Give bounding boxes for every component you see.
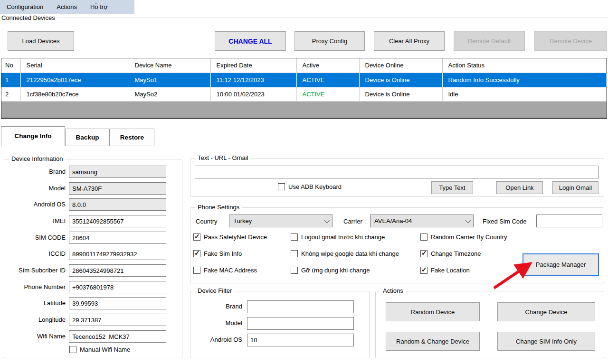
cell-action-status: Random Info Successfully: [442, 73, 607, 87]
login-gmail-button[interactable]: Login Gmail: [552, 181, 598, 194]
tab-restore[interactable]: Restore: [110, 129, 154, 146]
col-header-action-status[interactable]: Action Status: [442, 58, 607, 73]
fake-sim-info-checkbox[interactable]: [193, 250, 200, 257]
filter-brand-input[interactable]: [247, 300, 354, 313]
col-header-expired-date[interactable]: Expired Date: [210, 58, 296, 73]
cell-device-name: MaySo2: [129, 87, 210, 101]
cell-device-name: MaySo1: [129, 73, 210, 87]
connected-devices-group-border: [58, 18, 608, 18]
sim-code-field[interactable]: [69, 232, 166, 244]
fake-location-checkbox[interactable]: [420, 267, 428, 274]
fake-location-row: Fake Location: [420, 267, 470, 274]
random-and-change-device-button[interactable]: Random & Change Device: [386, 332, 480, 351]
menu-ho-tro[interactable]: Hỗ trợ: [84, 0, 114, 14]
fake-mac-address-row: Fake MAC Address: [193, 267, 257, 274]
go-ung-dung-label: Gỡ ứng dụng khi change: [301, 267, 370, 274]
random-device-button[interactable]: Random Device: [386, 302, 480, 321]
type-text-button[interactable]: Type Text: [431, 181, 473, 194]
brand-field[interactable]: [69, 166, 166, 178]
random-carrier-checkbox[interactable]: [420, 233, 428, 241]
sim-code-label: SIM CODE: [5, 234, 66, 241]
clear-all-proxy-button[interactable]: Clear All Proxy: [374, 31, 445, 51]
carrier-select[interactable]: AVEA/Aria-04: [370, 215, 474, 227]
phone-number-label: Phone Number: [5, 283, 66, 290]
cell-no: 1: [1, 73, 20, 87]
col-header-no[interactable]: No: [1, 58, 20, 73]
longitude-field[interactable]: [69, 314, 166, 326]
change-timezone-label: Change Timezone: [431, 250, 481, 257]
table-row[interactable]: 2 1cf38e80b20c7ece MaySo2 10:00 01/02/20…: [1, 87, 607, 101]
iccid-field[interactable]: [69, 248, 166, 260]
logout-gmail-checkbox[interactable]: [291, 233, 298, 241]
filter-model-input[interactable]: [247, 317, 354, 330]
col-header-active[interactable]: Active: [296, 58, 359, 73]
tab-change-info[interactable]: Change Info: [1, 126, 65, 146]
pass-safetynet-checkbox[interactable]: [193, 233, 200, 241]
iccid-label: ICCID: [5, 250, 66, 257]
cell-expired-date: 11:12 12/12/2023: [210, 73, 296, 87]
actions-group-title: Actions: [380, 287, 406, 294]
menu-actions[interactable]: Actions: [50, 0, 84, 14]
open-link-button[interactable]: Open Link: [496, 181, 543, 194]
change-all-button[interactable]: CHANGE ALL: [215, 31, 286, 51]
cell-serial: 1cf38e80b20c7ece: [20, 87, 129, 101]
menu-configuration[interactable]: Configuration: [0, 0, 50, 14]
device-manager-window: Configuration Actions Hỗ trợ Connected D…: [0, 0, 608, 364]
text-url-gmail-input[interactable]: [195, 166, 598, 178]
country-value: Turkey: [233, 217, 324, 224]
cell-device-online: Device is Online: [359, 73, 442, 87]
use-adb-keyboard-label: Use ADB Keyboard: [288, 183, 342, 190]
table-row[interactable]: 1 2122950a2b017ece MaySo1 11:12 12/12/20…: [1, 73, 607, 87]
wifi-name-field[interactable]: [69, 330, 166, 343]
manual-wifi-name-checkbox[interactable]: [69, 346, 76, 353]
model-label: Model: [5, 185, 66, 192]
devices-table: No Serial Device Name Expired Date Activ…: [1, 58, 607, 119]
sim-subscriber-id-label: Sím Subcriber ID: [5, 267, 66, 274]
menu-bar: Configuration Actions Hỗ trợ: [0, 0, 134, 14]
use-adb-keyboard-row: Use ADB Keyboard: [278, 183, 342, 190]
filter-android-os-input[interactable]: [247, 334, 354, 346]
cell-expired-date: 10:00 01/02/2023: [210, 87, 296, 101]
change-sim-info-only-button[interactable]: Change SIM Info Only: [497, 332, 595, 351]
latitude-field[interactable]: [69, 297, 166, 309]
col-header-device-name[interactable]: Device Name: [129, 58, 210, 73]
model-field[interactable]: [69, 182, 166, 195]
phone-number-field[interactable]: [69, 281, 166, 293]
khong-wipe-google-label: Không wipe google data khi change: [301, 250, 399, 257]
khong-wipe-google-checkbox[interactable]: [291, 250, 298, 257]
manual-wifi-name-label: Manual Wifi Name: [80, 346, 130, 353]
use-adb-keyboard-checkbox[interactable]: [278, 183, 285, 190]
col-header-serial[interactable]: Serial: [20, 58, 129, 73]
fixed-sim-code-input[interactable]: [536, 215, 602, 227]
country-select[interactable]: Turkey: [229, 215, 332, 227]
change-device-button[interactable]: Change Device: [497, 302, 595, 321]
proxy-config-button[interactable]: Proxy Config: [294, 31, 365, 51]
cell-no: 2: [1, 87, 20, 101]
carrier-value: AVEA/Aria-04: [374, 217, 466, 224]
col-header-device-online[interactable]: Device Online: [359, 58, 442, 73]
imei-label: IMEI: [5, 217, 66, 224]
random-carrier-label: Random Carrier By Country: [431, 233, 507, 241]
filter-brand-label: Brand: [192, 303, 242, 310]
fake-mac-address-checkbox[interactable]: [193, 267, 200, 274]
load-devices-button[interactable]: Load Devices: [8, 31, 74, 51]
device-information-group-title: Device Information: [9, 155, 65, 162]
table-header-row: No Serial Device Name Expired Date Activ…: [1, 58, 607, 73]
sim-subscriber-id-field[interactable]: [69, 264, 166, 277]
brand-label: Brand: [5, 168, 66, 175]
remote-default-button: Remote Default: [454, 31, 525, 51]
cell-active: ACTIVE: [296, 73, 359, 87]
cell-action-status: Idle: [442, 87, 607, 101]
go-ung-dung-checkbox[interactable]: [291, 267, 298, 274]
device-filter-group-title: Device Filter: [195, 287, 234, 294]
country-label: Country: [196, 218, 218, 225]
connected-devices-group-title: Connected Devices: [1, 14, 58, 21]
tab-backup[interactable]: Backup: [65, 129, 110, 146]
imei-field[interactable]: [69, 215, 166, 227]
package-manager-button[interactable]: Package Manager: [522, 253, 599, 276]
go-ung-dung-row: Gỡ ứng dụng khi change: [291, 267, 370, 274]
change-timezone-checkbox[interactable]: [420, 250, 428, 257]
android-os-field[interactable]: [69, 198, 166, 211]
text-url-gmail-group-title: Text - URL - Gmail: [195, 154, 250, 161]
fake-location-label: Fake Location: [431, 267, 470, 274]
